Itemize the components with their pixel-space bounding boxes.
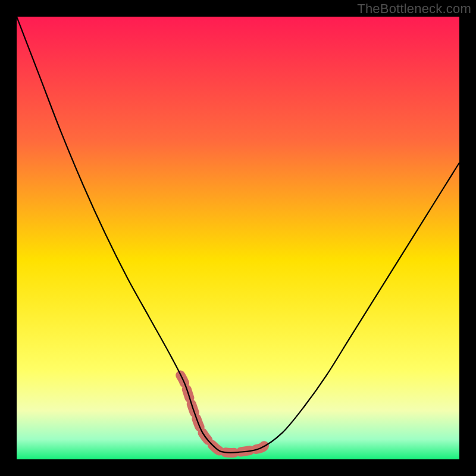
chart-frame: TheBottleneck.com — [0, 0, 476, 476]
plot-area — [17, 17, 459, 459]
plot-svg — [17, 17, 459, 459]
watermark-text: TheBottleneck.com — [357, 1, 471, 17]
gradient-background — [17, 17, 459, 459]
